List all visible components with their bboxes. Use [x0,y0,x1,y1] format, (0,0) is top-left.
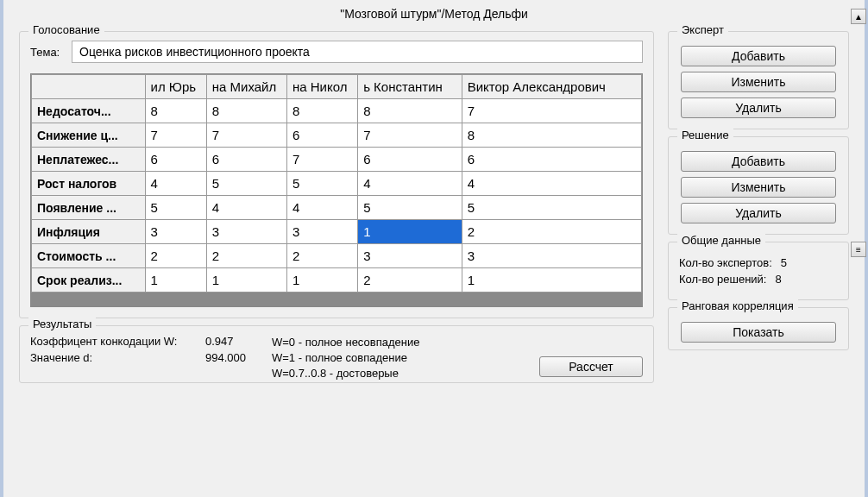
table-cell[interactable]: 4 [145,172,206,196]
table-cell[interactable]: 6 [462,148,641,172]
table-cell[interactable]: 6 [286,123,357,148]
general-legend: Общие данные [677,234,765,247]
table-corner[interactable] [32,75,146,99]
table-cell[interactable]: 8 [462,123,641,148]
table-cell[interactable]: 7 [145,123,206,148]
table-cell[interactable]: 2 [286,244,357,268]
table-cell[interactable]: 6 [145,148,206,172]
table-cell[interactable]: 3 [286,220,357,244]
table-cell[interactable]: 2 [358,268,462,293]
table-col-header[interactable]: на Михайл [206,75,286,99]
w-desc-2: W=0.7..0.8 - достоверые [272,366,419,381]
table-cell[interactable]: 2 [462,220,641,244]
solution-edit-button[interactable]: Изменить [681,177,836,198]
experts-count-value: 5 [781,256,787,269]
expert-add-button[interactable]: Добавить [681,46,836,66]
solution-delete-button[interactable]: Удалить [681,203,836,223]
table-cell[interactable]: 2 [145,244,206,268]
table-cell[interactable]: 4 [358,172,462,196]
table-cell[interactable]: 6 [206,148,286,172]
w-value: 0.947 [205,335,234,348]
table-cell[interactable]: 7 [206,123,286,148]
d-value: 994.000 [205,351,246,364]
table-cell[interactable]: 4 [462,172,641,196]
table-row-header[interactable]: Срок реализ... [32,268,146,293]
expert-edit-button[interactable]: Изменить [681,72,836,92]
table-col-header[interactable]: на Никол [286,75,357,99]
table-row: Неплатежес...66766 [32,148,642,172]
table-cell[interactable]: 1 [286,268,357,293]
table-cell[interactable]: 5 [462,196,641,220]
table-cell[interactable]: 8 [286,99,357,123]
table-cell[interactable]: 5 [145,196,206,220]
calculate-button[interactable]: Рассчет [539,356,643,377]
table-col-header[interactable]: ь Константин [358,75,462,99]
table-cell[interactable]: 2 [206,244,286,268]
expert-group: Эксперт Добавить Изменить Удалить [668,31,849,129]
table-cell[interactable]: 7 [462,99,641,123]
table-cell[interactable]: 1 [358,220,462,244]
table-row: Стоимость ...22233 [32,244,642,268]
table-row-header[interactable]: Недосаточ... [32,99,146,123]
table-cell[interactable]: 4 [206,196,286,220]
w-desc-0: W=0 - полное несовпадение [272,335,419,350]
table-row: Снижение ц...77678 [32,123,642,148]
w-label: Коэффицент конкодации W: [30,335,198,348]
general-group: Общие данные Кол-во экспертов: 5 Кол-во … [668,242,849,300]
scroll-up-button[interactable]: ▲ [851,9,866,24]
table-cell[interactable]: 8 [358,99,462,123]
table-cell[interactable]: 3 [462,244,641,268]
solution-group: Решение Добавить Изменить Удалить [668,136,849,235]
rank-legend: Ранговая корреляция [677,299,798,312]
table-row: Рост налогов45544 [32,172,642,196]
table-cell[interactable]: 5 [358,196,462,220]
solution-legend: Решение [677,129,733,142]
table-cell[interactable]: 8 [145,99,206,123]
table-cell[interactable]: 7 [286,148,357,172]
table-row-header[interactable]: Неплатежес... [32,148,146,172]
experts-count-label: Кол-во экспертов: [679,256,772,269]
solution-add-button[interactable]: Добавить [681,151,836,172]
rank-group: Ранговая корреляция Показать [668,307,849,350]
table-cell[interactable]: 1 [462,268,641,293]
expert-delete-button[interactable]: Удалить [681,98,836,118]
scroll-thumb[interactable]: ≡ [851,242,866,257]
table-cell[interactable]: 1 [206,268,286,293]
table-row-header[interactable]: Снижение ц... [32,123,146,148]
theme-label: Тема: [30,46,65,59]
d-label: Значение d: [30,351,198,364]
table-col-header[interactable]: Виктор Александрович [462,75,641,99]
table-cell[interactable]: 5 [206,172,286,196]
table-cell[interactable]: 7 [358,123,462,148]
theme-input[interactable] [72,41,643,63]
table-row: Инфляция33312 [32,220,642,244]
table-cell[interactable]: 3 [358,244,462,268]
table-cell[interactable]: 1 [145,268,206,293]
table-col-header[interactable]: ил Юрь [145,75,206,99]
table-row: Срок реализ...11121 [32,268,642,293]
table-cell[interactable]: 6 [358,148,462,172]
table-row: Недосаточ...88887 [32,99,642,123]
voting-group: Голосование Тема: ил Юрьна Михайлна Нико… [19,31,654,318]
results-group: Результаты Коэффицент конкодации W: 0.94… [19,325,654,383]
table-row-header[interactable]: Инфляция [32,220,146,244]
solutions-count-label: Кол-во решений: [679,273,766,286]
table-row: Появление ...54455 [32,196,642,220]
table-cell[interactable]: 4 [286,196,357,220]
table-cell[interactable]: 3 [145,220,206,244]
rank-show-button[interactable]: Показать [681,322,836,343]
results-legend: Результаты [28,318,96,330]
voting-legend: Голосование [28,23,104,36]
table-row-header[interactable]: Рост налогов [32,172,146,196]
table-row-header[interactable]: Появление ... [32,196,146,220]
table-row-header[interactable]: Стоимость ... [32,244,146,268]
voting-table[interactable]: ил Юрьна Михайлна Николь КонстантинВикто… [30,73,643,307]
table-cell[interactable]: 5 [286,172,357,196]
expert-legend: Эксперт [677,23,728,36]
table-cell[interactable]: 8 [206,99,286,123]
solutions-count-value: 8 [775,273,781,286]
table-cell[interactable]: 3 [206,220,286,244]
w-desc-1: W=1 - полное совпадение [272,350,419,366]
